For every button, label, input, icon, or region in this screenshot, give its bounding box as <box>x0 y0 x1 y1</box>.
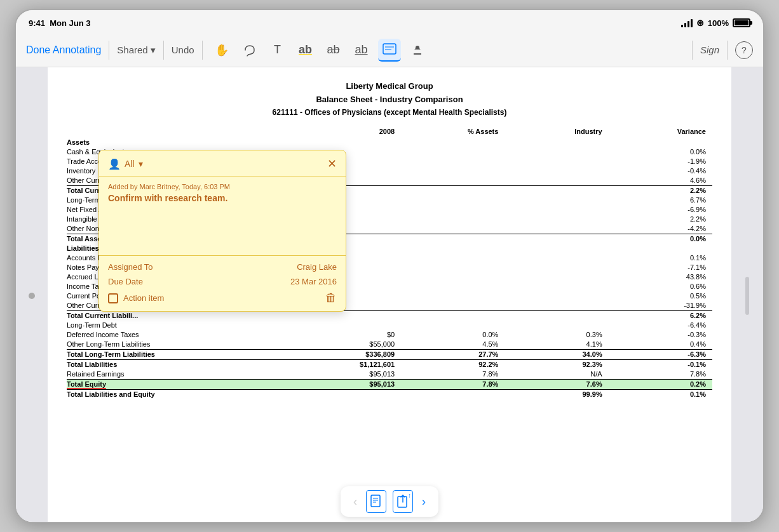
right-margin <box>731 67 763 523</box>
svg-rect-7 <box>398 496 407 507</box>
total-current-liabilities-row: Total Current Liabili... 6.2% <box>67 310 712 321</box>
col-header-variance: Variance <box>609 128 712 138</box>
col-header-label <box>67 128 297 138</box>
action-item-checkbox[interactable] <box>108 293 118 303</box>
undo-button[interactable]: Undo <box>172 44 194 55</box>
prev-page-button[interactable]: ‹ <box>351 493 360 511</box>
signal-icon <box>681 18 693 27</box>
document-content: Liberty Medical Group Balance Sheet - In… <box>48 67 731 523</box>
stamp-tool-icon[interactable] <box>406 39 429 62</box>
divider-2 <box>163 41 164 60</box>
assigned-to-label: Assigned To <box>108 262 153 272</box>
due-date-value: 23 Mar 2016 <box>290 277 337 286</box>
total-longterm-liabilities-row: Total Long-Term Liabilities $336,809 27.… <box>67 349 712 359</box>
battery-pct: 100% <box>708 18 729 28</box>
document-header: Liberty Medical Group Balance Sheet - In… <box>67 80 712 119</box>
popup-text: Confirm with research team. <box>108 193 337 203</box>
status-icons: ⊛ 100% <box>681 18 750 28</box>
text-tool-icon[interactable]: T <box>266 39 289 62</box>
total-liabilities-row: Total Liabilities $1,121,601 92.2% 92.3%… <box>67 359 712 369</box>
shared-label: Shared <box>117 44 147 55</box>
pagination-nav: ‹ › <box>341 486 438 517</box>
action-item-row: Action item <box>108 293 164 303</box>
export-icon[interactable] <box>393 490 413 513</box>
page-view-icon[interactable] <box>366 490 386 513</box>
table-row: Deferred Income Taxes $0 0.0% 0.3% -0.3% <box>67 330 712 340</box>
help-button[interactable]: ? <box>735 41 753 59</box>
divider-3 <box>202 41 203 60</box>
battery-icon <box>733 18 750 27</box>
divider-5 <box>727 41 728 60</box>
document-area: Liberty Medical Group Balance Sheet - In… <box>16 67 763 523</box>
col-header-pct: % Assets <box>401 128 505 138</box>
popup-meta: Added by Marc Britney, Today, 6:03 PM <box>108 183 337 190</box>
report-title: Balance Sheet - Industry Comparison <box>67 93 712 107</box>
popup-filter-button[interactable]: 👤 All ▾ <box>108 158 143 170</box>
due-date-row: Due Date 23 Mar 2016 <box>108 277 337 286</box>
due-date-label: Due Date <box>108 277 143 286</box>
col-header-year: 2008 <box>297 128 401 138</box>
assigned-to-row: Assigned To Craig Lake <box>108 262 337 272</box>
divider-1 <box>109 41 109 60</box>
delete-annotation-icon[interactable]: 🗑 <box>325 291 337 305</box>
total-equity-label: Total Equity <box>67 380 106 389</box>
done-annotating-button[interactable]: Done Annotating <box>26 44 101 56</box>
highlight-tool-icon[interactable]: ab <box>294 39 317 62</box>
next-page-button[interactable]: › <box>419 493 428 511</box>
section-assets: Assets <box>67 138 712 147</box>
person-icon: 👤 <box>108 158 121 170</box>
left-thumb-dot <box>29 293 35 299</box>
scroll-handle[interactable] <box>745 277 749 315</box>
strikethrough-tool-icon[interactable]: ab <box>322 39 345 62</box>
popup-filter-label: All <box>125 159 135 169</box>
divider-4 <box>692 41 693 60</box>
popup-close-button[interactable]: ✕ <box>327 157 337 171</box>
sign-button[interactable]: Sign <box>700 44 719 55</box>
left-margin <box>16 67 48 523</box>
popup-header: 👤 All ▾ ✕ <box>99 150 346 176</box>
assigned-to-value: Craig Lake <box>297 262 337 272</box>
wifi-icon: ⊛ <box>696 18 704 28</box>
popup-space <box>108 211 337 249</box>
retained-earnings-row: Retained Earnings $95,013 7.8% N/A 7.8% <box>67 369 712 380</box>
col-header-industry: Industry <box>505 128 608 138</box>
popup-chevron-icon: ▾ <box>139 159 143 169</box>
table-row: Other Long-Term Liabilities $55,000 4.5%… <box>67 340 712 350</box>
popup-body: Added by Marc Britney, Today, 6:03 PM Co… <box>99 176 346 255</box>
total-liabilities-equity-row: Total Liabilities and Equity 99.9% 0.1% <box>67 389 712 399</box>
action-item-label: Action item <box>123 293 164 303</box>
hand-tool-icon[interactable]: ✋ <box>210 39 233 62</box>
status-bar: 9:41 Mon Jun 3 ⊛ 100% <box>16 10 763 33</box>
annotation-popup: 👤 All ▾ ✕ Added by Marc Britney, Today, … <box>98 150 346 312</box>
total-equity-row: Total Equity $95,013 7.8% 7.6% 0.2% <box>67 379 712 389</box>
toolbar: Done Annotating Shared ▾ Undo ✋ T ab ab … <box>16 33 763 67</box>
company-name: Liberty Medical Group <box>67 80 712 93</box>
status-time: 9:41 Mon Jun 3 <box>29 18 91 28</box>
note-tool-icon[interactable] <box>378 39 401 62</box>
naics-code: 621111 - Offices of Physicians (except M… <box>67 107 712 119</box>
shared-button[interactable]: Shared ▾ <box>117 44 155 56</box>
svg-rect-3 <box>371 495 380 507</box>
underline-tool-icon[interactable]: ab <box>350 39 373 62</box>
chevron-down-icon: ▾ <box>151 44 156 56</box>
svg-rect-0 <box>383 44 396 54</box>
popup-footer: Assigned To Craig Lake Due Date 23 Mar 2… <box>99 255 346 311</box>
popup-actions: Action item 🗑 <box>108 291 337 305</box>
lasso-tool-icon[interactable] <box>238 39 261 62</box>
table-row: Long-Term Debt -6.4% <box>67 321 712 330</box>
